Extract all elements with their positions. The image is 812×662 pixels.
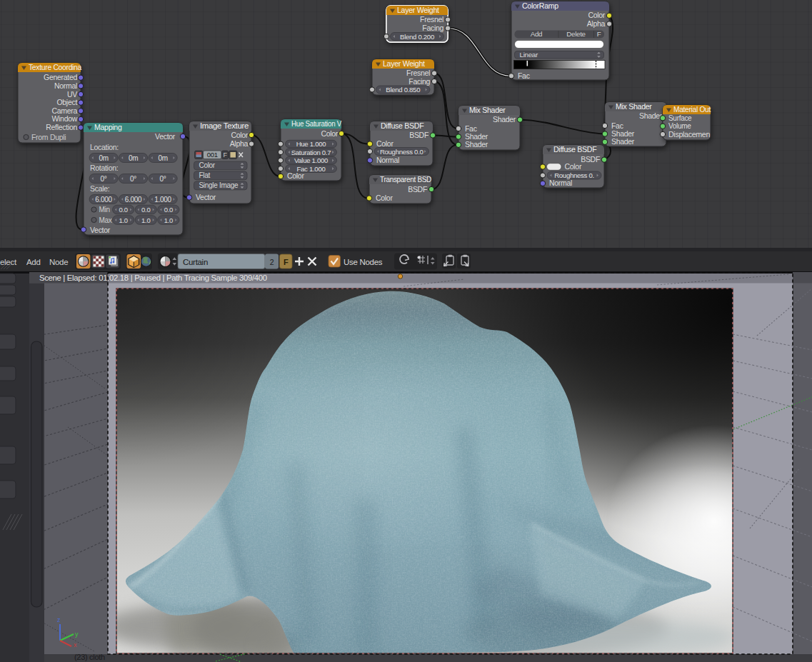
svg-text:Color: Color — [588, 11, 605, 19]
svg-text:Min: Min — [99, 206, 110, 214]
svg-text:0m: 0m — [158, 154, 167, 162]
svg-text:Displacemen: Displacemen — [668, 131, 710, 139]
svg-text:Blend 0.850: Blend 0.850 — [386, 86, 420, 94]
svg-text:Vector: Vector — [90, 226, 111, 234]
svg-text:Shader: Shader — [639, 111, 663, 120]
svg-text:Texture Coordina: Texture Coordina — [29, 63, 81, 71]
svg-text:F: F — [223, 151, 227, 159]
svg-text:Node: Node — [49, 258, 68, 266]
svg-text:Rotation:: Rotation: — [90, 164, 118, 172]
svg-text:Shader: Shader — [611, 129, 635, 138]
svg-text:Transparent BSD: Transparent BSD — [380, 175, 432, 184]
svg-text:Delete: Delete — [566, 30, 586, 38]
svg-text:Color: Color — [376, 194, 393, 202]
svg-text:(23) cloth: (23) cloth — [74, 653, 105, 661]
svg-text:Saturation 0.7: Saturation 0.7 — [291, 149, 331, 156]
svg-text:Fresnel: Fresnel — [406, 69, 430, 77]
svg-text:Reflection: Reflection — [46, 123, 77, 131]
svg-text:Color: Color — [565, 162, 582, 171]
svg-text:Normal: Normal — [54, 81, 77, 90]
svg-text:Flat: Flat — [199, 171, 211, 179]
svg-text:Surface: Surface — [668, 114, 692, 122]
svg-text:0°: 0° — [160, 175, 166, 183]
svg-text:Blend 0.200: Blend 0.200 — [400, 33, 434, 41]
svg-text:2: 2 — [270, 258, 274, 266]
svg-text:0°: 0° — [101, 175, 107, 183]
svg-text:001: 001 — [207, 151, 218, 159]
svg-text:0°: 0° — [130, 175, 136, 183]
svg-text:Vector: Vector — [155, 132, 176, 141]
svg-text:Scale:: Scale: — [90, 184, 109, 193]
svg-text:1.0: 1.0 — [141, 216, 150, 224]
svg-text:Facing: Facing — [408, 77, 430, 86]
svg-text:Color: Color — [321, 129, 338, 138]
svg-text:Fac: Fac — [518, 71, 530, 80]
svg-text:Color: Color — [199, 161, 216, 169]
svg-text:ColorRamp: ColorRamp — [522, 1, 558, 10]
svg-text:Hue 1.000: Hue 1.000 — [296, 140, 326, 148]
svg-text:elect: elect — [0, 258, 17, 266]
svg-text:F: F — [597, 30, 601, 38]
svg-text:0.0: 0.0 — [164, 206, 173, 214]
svg-text:Roughness 0.0: Roughness 0.0 — [380, 148, 423, 156]
svg-text:Diffuse BSDF: Diffuse BSDF — [553, 145, 597, 154]
svg-text:Use Nodes: Use Nodes — [344, 258, 383, 266]
svg-text:Color: Color — [376, 139, 394, 148]
svg-text:Facing: Facing — [422, 24, 443, 32]
svg-text:1.000: 1.000 — [154, 196, 171, 204]
svg-text:UV: UV — [67, 90, 77, 99]
svg-text:Shader: Shader — [493, 115, 516, 124]
svg-text:F: F — [284, 258, 289, 266]
svg-text:Color: Color — [287, 171, 304, 180]
svg-text:Shader: Shader — [611, 137, 635, 146]
svg-text:6.000: 6.000 — [125, 196, 142, 204]
svg-text:0m: 0m — [99, 154, 108, 162]
svg-text:Shader: Shader — [465, 140, 488, 149]
svg-text:Image Texture: Image Texture — [200, 121, 249, 130]
svg-text:Camera: Camera — [51, 106, 77, 115]
svg-text:Mix Shader: Mix Shader — [616, 102, 652, 111]
svg-text:Location:: Location: — [90, 143, 119, 151]
svg-text:BSDF: BSDF — [581, 155, 600, 164]
svg-text:Value 1.000: Value 1.000 — [294, 156, 328, 164]
svg-text:Scene | Elapsed: 01:02.18 | Pa: Scene | Elapsed: 01:02.18 | Paused | Pat… — [39, 274, 267, 282]
svg-text:Fac: Fac — [465, 124, 477, 133]
svg-text:Normal: Normal — [549, 179, 572, 187]
svg-text:Max: Max — [99, 216, 112, 224]
svg-text:6.000: 6.000 — [95, 196, 112, 204]
svg-text:0.0: 0.0 — [141, 206, 150, 214]
svg-text:Add: Add — [531, 30, 543, 38]
svg-text:Material Out: Material Out — [673, 105, 711, 114]
svg-text:Alpha: Alpha — [587, 19, 606, 28]
svg-text:Window: Window — [51, 114, 77, 123]
svg-text:Single Image: Single Image — [199, 181, 239, 189]
svg-text:Fresnel: Fresnel — [420, 15, 443, 24]
svg-text:Object: Object — [56, 98, 77, 106]
svg-text:Alpha: Alpha — [230, 139, 249, 148]
svg-text:1.0: 1.0 — [164, 216, 173, 224]
svg-text:Normal: Normal — [376, 156, 399, 164]
svg-text:Fac: Fac — [611, 121, 623, 130]
svg-text:Linear: Linear — [520, 51, 538, 59]
svg-text:Mapping: Mapping — [94, 123, 122, 131]
svg-text:Color: Color — [231, 131, 248, 139]
svg-text:Generated: Generated — [44, 73, 77, 81]
svg-text:BSDF: BSDF — [409, 131, 428, 139]
svg-text:Diffuse BSDF: Diffuse BSDF — [381, 121, 424, 130]
svg-text:Curtain: Curtain — [183, 258, 208, 266]
svg-text:Vector: Vector — [196, 193, 216, 201]
svg-text:Shader: Shader — [465, 132, 488, 141]
svg-text:1.0: 1.0 — [119, 216, 127, 224]
svg-text:Hue Saturation V: Hue Saturation V — [291, 119, 342, 128]
svg-text:0.0: 0.0 — [119, 206, 127, 214]
svg-text:Mix Shader: Mix Shader — [469, 106, 506, 114]
svg-text:From Dupli: From Dupli — [31, 133, 66, 141]
svg-text:BSDF: BSDF — [408, 185, 427, 194]
svg-text:Layer Weight: Layer Weight — [397, 6, 439, 14]
svg-text:Volume: Volume — [668, 122, 691, 130]
svg-text:0m: 0m — [129, 154, 138, 162]
svg-text:Add: Add — [26, 258, 41, 266]
svg-text:Layer Weight: Layer Weight — [383, 59, 425, 68]
